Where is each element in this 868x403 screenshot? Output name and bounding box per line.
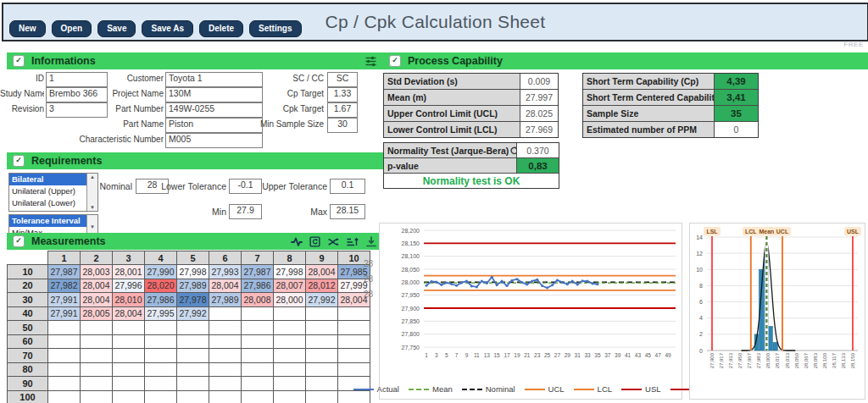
- measurement-cell[interactable]: [306, 334, 338, 349]
- measurement-cell[interactable]: [177, 377, 209, 391]
- measurement-cell[interactable]: [274, 349, 306, 363]
- measurement-cell[interactable]: 28,004: [113, 306, 145, 321]
- save-button[interactable]: Save: [97, 20, 136, 37]
- measurement-cell[interactable]: [306, 377, 338, 391]
- measurement-cell[interactable]: [209, 362, 242, 377]
- measurement-cell[interactable]: [209, 321, 242, 335]
- measurement-cell[interactable]: 27,989: [177, 279, 209, 293]
- save-as-button[interactable]: Save As: [142, 20, 193, 37]
- measurement-cell[interactable]: [209, 306, 242, 321]
- measurement-cell[interactable]: [113, 321, 145, 335]
- delete-button[interactable]: Delete: [199, 20, 243, 37]
- measurement-cell[interactable]: [145, 377, 177, 391]
- open-button[interactable]: Open: [52, 20, 92, 37]
- process-capability-checkbox[interactable]: ✓: [389, 55, 401, 67]
- measurement-cell[interactable]: [274, 321, 306, 335]
- measurement-cell[interactable]: [338, 321, 370, 335]
- measurement-cell[interactable]: 27,995: [145, 306, 177, 321]
- measurement-cell[interactable]: [338, 334, 370, 349]
- download-icon[interactable]: [365, 236, 377, 247]
- refresh-box-icon[interactable]: [309, 236, 320, 247]
- measurement-cell[interactable]: 27,987: [48, 265, 81, 279]
- measurement-cell[interactable]: [274, 306, 306, 321]
- waveform-icon[interactable]: [291, 236, 303, 247]
- measurement-cell[interactable]: [242, 321, 274, 335]
- measurement-cell[interactable]: [145, 349, 177, 363]
- measurement-cell[interactable]: [338, 362, 370, 377]
- measurement-cell[interactable]: 28,012: [306, 279, 338, 293]
- measurement-cell[interactable]: [209, 377, 242, 391]
- measurement-cell[interactable]: 27,982: [48, 279, 81, 293]
- characteristic-number-field[interactable]: M005: [165, 133, 263, 148]
- measurement-cell[interactable]: [177, 390, 209, 403]
- measurement-cell[interactable]: 28,004: [81, 279, 113, 293]
- measurement-cell[interactable]: 27,978: [177, 293, 209, 307]
- scroll-down-icon[interactable]: ▼: [90, 205, 95, 210]
- measurement-cell[interactable]: [306, 321, 338, 335]
- chevron-down-icon[interactable]: ▼: [90, 224, 95, 229]
- measurement-cell[interactable]: [242, 390, 274, 403]
- measurement-cell[interactable]: 27,992: [306, 293, 338, 307]
- measurement-cell[interactable]: 27,996: [113, 279, 145, 293]
- sliders-icon[interactable]: [364, 56, 377, 67]
- measurement-cell[interactable]: [274, 334, 306, 349]
- tolerance-type-listbox[interactable]: BilateralUnilateral (Upper)Unilateral (L…: [8, 173, 98, 212]
- measurement-cell[interactable]: [48, 321, 81, 335]
- sc-cc-field[interactable]: SC: [327, 72, 358, 87]
- measurement-cell[interactable]: [177, 349, 209, 363]
- measurement-cell[interactable]: [113, 362, 145, 377]
- measurement-cell[interactable]: [81, 390, 113, 403]
- measurement-cell[interactable]: 28,020: [145, 279, 177, 293]
- measurement-cell[interactable]: 28,010: [113, 293, 145, 307]
- measurement-cell[interactable]: [242, 306, 274, 321]
- measurement-cell[interactable]: [274, 362, 306, 377]
- measurement-cell[interactable]: [338, 349, 370, 363]
- upper-tolerance-field[interactable]: 0.1: [330, 179, 365, 194]
- measurement-cell[interactable]: 28,004: [306, 265, 338, 279]
- measurement-cell[interactable]: 27,990: [145, 265, 177, 279]
- measurement-cell[interactable]: [145, 390, 177, 403]
- scroll-up-icon[interactable]: ▲: [90, 174, 95, 179]
- measurement-cell[interactable]: [81, 349, 113, 363]
- cp-target-field[interactable]: 1.33: [327, 87, 358, 102]
- min-sample-size-field[interactable]: 30: [327, 118, 358, 133]
- measurement-cell[interactable]: [48, 362, 81, 377]
- measurement-cell[interactable]: [145, 321, 177, 335]
- measurement-cell[interactable]: 28,001: [113, 265, 145, 279]
- measurement-cell[interactable]: 27,998: [177, 265, 209, 279]
- measurement-cell[interactable]: 27,991: [48, 293, 81, 307]
- measurement-cell[interactable]: [81, 334, 113, 349]
- requirements-checkbox[interactable]: ✓: [13, 155, 25, 167]
- measurement-cell[interactable]: 27,987: [242, 265, 274, 279]
- measurement-cell[interactable]: 28,003: [81, 265, 113, 279]
- measurement-cell[interactable]: 27,991: [48, 306, 81, 321]
- measurement-cell[interactable]: [274, 377, 306, 391]
- measurement-cell[interactable]: 27,986: [145, 293, 177, 307]
- cpk-target-field[interactable]: 1.67: [327, 102, 358, 118]
- measurement-cell[interactable]: 28,008: [242, 293, 274, 307]
- measurement-cell[interactable]: [242, 377, 274, 391]
- listbox-scrollbar[interactable]: ▲▼: [86, 174, 97, 211]
- measurement-cell[interactable]: 27,986: [242, 279, 274, 293]
- measurement-cell[interactable]: 28,005: [81, 306, 113, 321]
- measurement-cell[interactable]: [306, 390, 338, 403]
- listbox-option-unilateral-lower[interactable]: Unilateral (Lower): [9, 197, 86, 209]
- measurement-cell[interactable]: [113, 390, 145, 403]
- measurement-cell[interactable]: [209, 349, 242, 363]
- measurement-cell[interactable]: [113, 377, 145, 391]
- measurement-cell[interactable]: 28,004: [209, 279, 242, 293]
- measurement-cell[interactable]: [306, 306, 338, 321]
- measurement-cell[interactable]: [113, 349, 145, 363]
- measurement-cell[interactable]: [48, 377, 81, 391]
- shuffle-icon[interactable]: [327, 236, 339, 247]
- measurement-cell[interactable]: [242, 334, 274, 349]
- measurement-cell[interactable]: [81, 377, 113, 391]
- measurement-cell[interactable]: [242, 349, 274, 363]
- measurement-cell[interactable]: [209, 334, 242, 349]
- measurement-cell[interactable]: 27,993: [209, 265, 242, 279]
- measurement-cell[interactable]: [48, 390, 81, 403]
- measurement-cell[interactable]: 28,000: [274, 293, 306, 307]
- measurement-cell[interactable]: [145, 362, 177, 377]
- measurement-cell[interactable]: [177, 321, 209, 335]
- measurement-cell[interactable]: [306, 349, 338, 363]
